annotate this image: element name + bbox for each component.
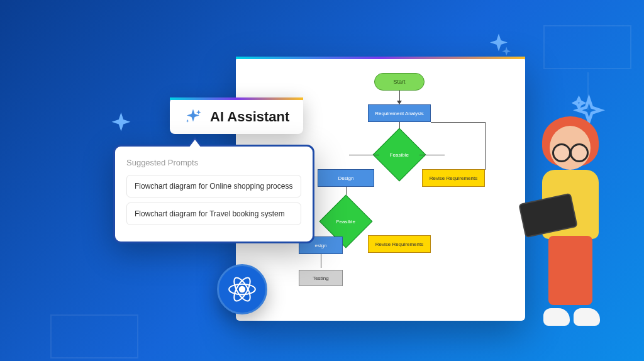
flowchart-process-node: Requirement Analysis	[368, 104, 431, 122]
flowchart-process-node: Testing	[299, 270, 343, 286]
flowchart-start-node: Start	[374, 73, 425, 91]
svg-point-0	[240, 287, 245, 292]
prompts-header: Suggested Prompts	[126, 158, 301, 167]
flowchart-revise-node: Revise Requirements	[368, 235, 431, 253]
prompt-suggestion[interactable]: Flowchart diagram for Travel booking sys…	[126, 203, 301, 225]
sparkle-icon	[107, 110, 135, 138]
ai-assistant-chip[interactable]: AI Assistant	[170, 97, 303, 134]
prompt-suggestion[interactable]: Flowchart diagram for Online shopping pr…	[126, 175, 301, 197]
suggested-prompts-panel: Suggested Prompts Flowchart diagram for …	[113, 145, 314, 243]
ai-assistant-title: AI Assistant	[210, 109, 289, 125]
sparkle-icon	[184, 108, 203, 126]
flowchart-revise-node: Revise Requirements	[422, 169, 485, 187]
react-logo-badge	[217, 264, 267, 314]
character-illustration	[525, 113, 616, 327]
flowchart-decision-node: Feasible	[373, 128, 426, 182]
sparkle-icon	[486, 31, 512, 58]
flowchart-process-node: Design	[318, 169, 374, 187]
